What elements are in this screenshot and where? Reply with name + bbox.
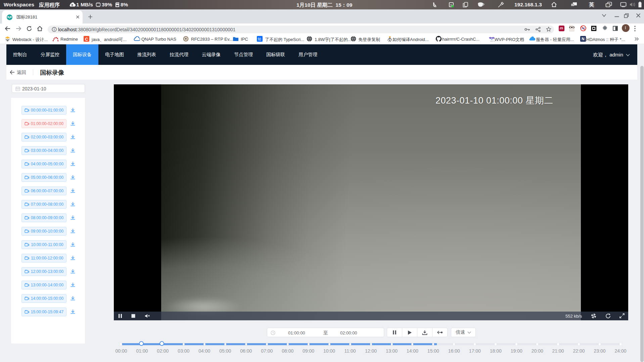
svg-text:WVP-PRO: WVP-PRO bbox=[490, 41, 495, 42]
